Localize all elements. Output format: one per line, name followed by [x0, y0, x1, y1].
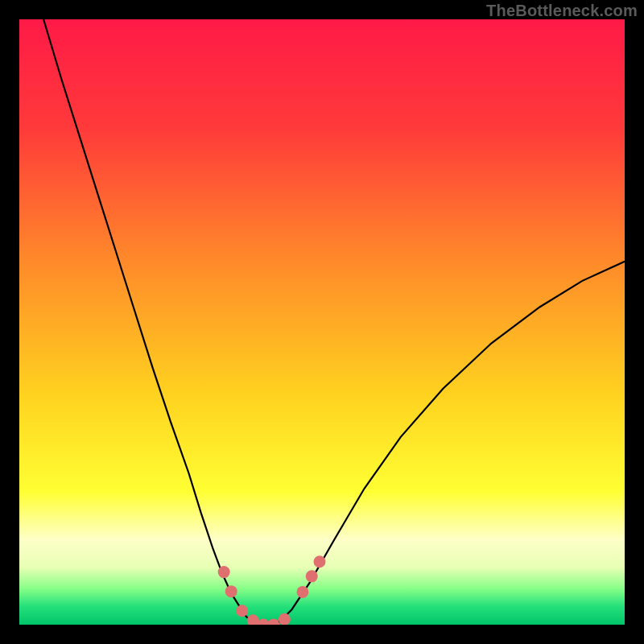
valley-marker — [279, 613, 291, 625]
valley-marker — [225, 585, 237, 597]
valley-marker — [313, 555, 325, 568]
valley-marker — [247, 614, 259, 625]
curve-layer — [19, 19, 625, 625]
watermark-text: TheBottleneck.com — [486, 2, 638, 20]
valley-marker — [218, 566, 230, 578]
bottleneck-curve — [43, 19, 625, 625]
valley-markers — [218, 555, 326, 625]
plot-area — [19, 19, 625, 625]
valley-marker — [306, 570, 318, 582]
chart-frame: TheBottleneck.com — [0, 0, 644, 644]
valley-marker — [236, 605, 248, 617]
valley-marker — [258, 619, 270, 625]
valley-marker — [296, 586, 308, 598]
valley-marker — [267, 619, 279, 625]
